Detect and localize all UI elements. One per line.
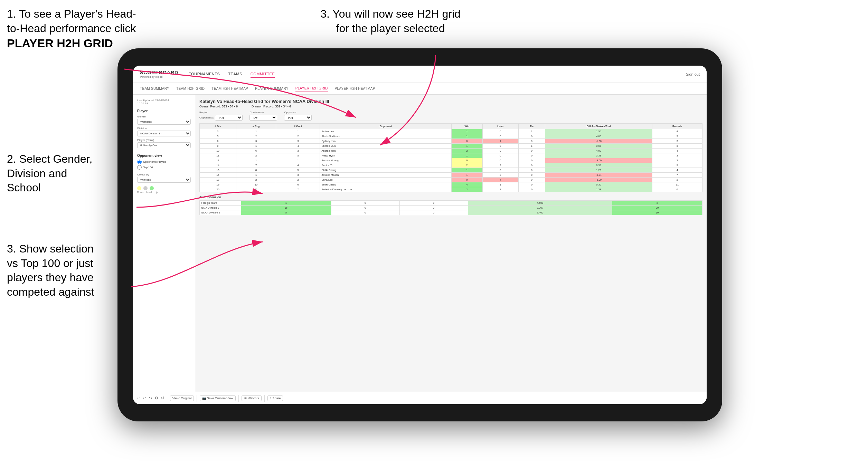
- division-record: Division Record: 331 - 34 - 6: [252, 105, 291, 108]
- colour-by-select[interactable]: Win/loss: [137, 177, 191, 183]
- sub-nav-player-h2h-grid[interactable]: PLAYER H2H GRID: [295, 85, 328, 92]
- top-100-radio[interactable]: Top 100: [137, 165, 191, 170]
- division-label: Division: [137, 127, 191, 130]
- toolbar-divider-3: [238, 395, 239, 402]
- instruction-step3-left: 3. Show selection vs Top 100 or just pla…: [7, 242, 135, 299]
- opponent-view-section: Opponent view Opponents Played Top 100: [137, 154, 191, 170]
- tablet-frame: SCOREBOARD Powered by clippd TOURNAMENTS…: [117, 48, 722, 421]
- instruction-step2: 2. Select Gender, Division and School: [7, 152, 131, 195]
- bottom-toolbar: ↩ ↩ ↪ ⚙ ↺ View: Original 📷 Save Custom V…: [133, 392, 707, 404]
- share-btn[interactable]: ⤴ Share: [267, 395, 283, 401]
- colour-circles: [137, 186, 191, 190]
- history-icon[interactable]: ↺: [161, 396, 164, 400]
- overall-record: Overall Record: 353 - 34 - 6: [199, 105, 238, 108]
- up-circle: [150, 186, 154, 190]
- out-of-division-section: Out of division Foreign Team 1 0 0 4.500…: [199, 196, 702, 215]
- settings-icon[interactable]: ⚙: [155, 396, 158, 400]
- instruction-step3-right: 3. You will now see H2H grid for the pla…: [311, 7, 470, 36]
- sub-nav-player-summary[interactable]: PLAYER SUMMARY: [255, 85, 289, 92]
- logo-sub: Powered by clippd: [140, 75, 178, 78]
- table-row: 20 11 7 Federica Domecq Lacroze 2 1 0 1.…: [200, 187, 702, 192]
- gender-select[interactable]: Women's: [137, 119, 191, 125]
- opponent-view-title: Opponent view: [137, 154, 191, 158]
- conference-filter-group: Conference (All): [249, 111, 277, 121]
- conference-filter-select[interactable]: (All): [249, 115, 277, 121]
- down-circle: [137, 186, 141, 190]
- level-circle: [143, 186, 148, 190]
- col-tie: Tie: [518, 124, 545, 129]
- grid-records: Overall Record: 353 - 34 - 6 Division Re…: [199, 105, 702, 108]
- grid-content: Katelyn Vo Head-to-Head Grid for Women's…: [195, 95, 707, 392]
- gender-label: Gender: [137, 115, 191, 118]
- logo-area: SCOREBOARD Powered by clippd: [140, 70, 178, 78]
- col-loss: Loss: [482, 124, 518, 129]
- table-row: 3 1 1 Esther Lee 1 0 1 1.50 4: [200, 129, 702, 134]
- player-rank-label: Player (Rank): [137, 139, 191, 142]
- out-of-division-table: Foreign Team 1 0 0 4.500 2 NAIA Division…: [199, 200, 702, 215]
- sidebar: Last Updated: 27/03/2024 16:55:38 Player…: [133, 95, 195, 392]
- colour-labels: Down Level Up: [137, 191, 191, 193]
- sidebar-timestamp: Last Updated: 27/03/2024 16:55:38: [137, 99, 191, 105]
- watch-btn[interactable]: 👁 Watch ▾: [242, 395, 262, 401]
- table-row: Foreign Team 1 0 0 4.500 2: [200, 201, 702, 206]
- radio-group: Opponents Played Top 100: [137, 160, 191, 170]
- region-filter-group: Region Opponents: (All): [199, 111, 243, 121]
- nav-sign-out[interactable]: Sign out: [686, 72, 700, 76]
- main-content: Last Updated: 27/03/2024 16:55:38 Player…: [133, 95, 707, 392]
- sub-nav-team-summary[interactable]: TEAM SUMMARY: [140, 85, 169, 92]
- col-diff: Diff Av Strokes/Rnd: [545, 124, 652, 129]
- grid-title: Katelyn Vo Head-to-Head Grid for Women's…: [199, 99, 702, 104]
- undo-icon[interactable]: ↩: [137, 396, 140, 400]
- nav-committee[interactable]: COMMITTEE: [251, 70, 275, 78]
- table-row: 5 2 2 Alexis Sudjianto 1 0 0 4.00 3: [200, 134, 702, 139]
- main-data-table: # Div # Reg # Conf Opponent Win Loss Tie…: [199, 123, 702, 192]
- sub-nav-player-h2h-heatmap[interactable]: PLAYER H2H HEATMAP: [335, 85, 375, 92]
- table-row: 16 1 3 Jessica Mason 1 2 0 -0.94 7: [200, 173, 702, 178]
- colour-by-label: Colour by: [137, 173, 191, 176]
- sub-nav-team-h2h-heatmap[interactable]: TEAM H2H HEATMAP: [211, 85, 248, 92]
- sidebar-player-title: Player: [137, 109, 191, 113]
- toolbar-divider-2: [197, 395, 197, 402]
- redo-icon[interactable]: ↪: [149, 396, 152, 400]
- col-reg: # Reg: [236, 124, 276, 129]
- colour-by-section: Colour by Win/loss Down Level Up: [137, 173, 191, 193]
- sub-nav: TEAM SUMMARY TEAM H2H GRID TEAM H2H HEAT…: [133, 83, 707, 95]
- toolbar-divider-1: [167, 395, 167, 402]
- table-row: 11 2 5 Heejo Hyun 1 0 0 3.33 3: [200, 153, 702, 158]
- opponent-filter-select[interactable]: (All): [284, 115, 312, 121]
- opponent-filter-group: Opponent (All): [284, 111, 312, 121]
- col-win: Win: [452, 124, 482, 129]
- division-select[interactable]: NCAA Division III: [137, 131, 191, 136]
- col-opponent: Opponent: [320, 124, 452, 129]
- col-rounds: Rounds: [652, 124, 702, 129]
- tablet-screen: SCOREBOARD Powered by clippd TOURNAMENTS…: [133, 66, 707, 404]
- nav-items: TOURNAMENTS TEAMS COMMITTEE: [189, 70, 686, 78]
- nav-tournaments[interactable]: TOURNAMENTS: [189, 70, 220, 78]
- table-row: 13 1 1 Jessica Huang 0 0 0 -3.00 2: [200, 158, 702, 163]
- table-row: 10 6 3 Andrea York 2 0 0 4.00 4: [200, 149, 702, 153]
- table-row: 15 8 5 Stella Cheng 1 0 0 1.25 4: [200, 168, 702, 173]
- table-row: 6 3 3 Sydney Kuo 0 1 0 -1.00 3: [200, 139, 702, 144]
- toolbar-divider-4: [264, 395, 265, 402]
- nav-bar: SCOREBOARD Powered by clippd TOURNAMENTS…: [133, 66, 707, 83]
- nav-teams[interactable]: TEAMS: [228, 70, 242, 78]
- table-row: NAIA Division 1 15 0 0 9.267 30: [200, 206, 702, 210]
- opponents-played-radio[interactable]: Opponents Played: [137, 160, 191, 164]
- table-row: 19 10 6 Emily Chang 4 1 0 0.30 11: [200, 182, 702, 187]
- table-row: 18 2 2 Euna Lee 0 4 0 -5.00 2: [200, 178, 702, 182]
- view-original-btn[interactable]: View: Original: [170, 395, 194, 401]
- col-conf: # Conf: [276, 124, 320, 129]
- player-rank-select[interactable]: 8. Katelyn Vo: [137, 142, 191, 148]
- filter-row: Region Opponents: (All) Conference (All): [199, 111, 702, 121]
- save-custom-view-btn[interactable]: 📷 Save Custom View: [200, 395, 235, 401]
- out-of-division-title: Out of division: [199, 196, 702, 199]
- instruction-step1: 1. To see a Player's Head- to-Head perfo…: [7, 7, 138, 51]
- table-row: 9 1 4 Sharon Mun 1 0 1 3.67 3: [200, 144, 702, 149]
- table-row: 14 7 4 Eunice Yi 2 2 0 0.38 9: [200, 163, 702, 168]
- col-div: # Div: [200, 124, 236, 129]
- sub-nav-team-h2h-grid[interactable]: TEAM H2H GRID: [176, 85, 205, 92]
- redo-left-icon[interactable]: ↩: [143, 396, 146, 400]
- logo-text: SCOREBOARD: [140, 70, 178, 75]
- table-row: NCAA Division 2 5 0 0 7.400 10: [200, 210, 702, 215]
- region-filter-select[interactable]: (All): [215, 115, 243, 121]
